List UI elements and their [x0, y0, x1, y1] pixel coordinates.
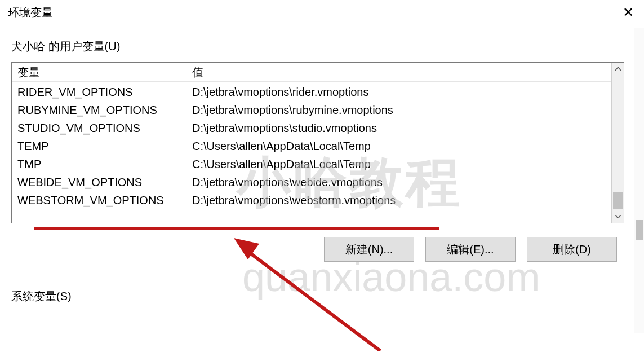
annotation-underline	[34, 227, 439, 230]
cell-value: D:\jetbra\vmoptions\rider.vmoptions	[186, 83, 611, 101]
cell-variable: WEBIDE_VM_OPTIONS	[12, 174, 186, 191]
table-row[interactable]: RIDER_VM_OPTIONS D:\jetbra\vmoptions\rid…	[12, 83, 611, 101]
cell-variable: TMP	[12, 156, 186, 173]
table-row[interactable]: STUDIO_VM_OPTIONS D:\jetbra\vmoptions\st…	[12, 119, 611, 137]
scrollbar[interactable]	[611, 63, 624, 223]
scroll-thumb[interactable]	[613, 192, 623, 209]
table-row[interactable]: TEMP C:\Users\allen\AppData\Local\Temp	[12, 137, 611, 155]
table-row[interactable]: WEBSTORM_VM_OPTIONS D:\jetbra\vmoptions\…	[12, 191, 611, 209]
cell-value: D:\jetbra\vmoptions\webide.vmoptions	[186, 174, 611, 191]
column-header-variable[interactable]: 变量	[12, 63, 186, 81]
cell-value: C:\Users\allen\AppData\Local\Temp	[186, 138, 611, 155]
button-row: 新建(N)... 编辑(E)... 删除(D)	[11, 237, 633, 262]
cell-variable: TEMP	[12, 138, 186, 155]
table-row[interactable]: RUBYMINE_VM_OPTIONS D:\jetbra\vmoptions\…	[12, 101, 611, 119]
cell-variable: RUBYMINE_VM_OPTIONS	[12, 102, 186, 119]
cell-variable: WEBSTORM_VM_OPTIONS	[12, 192, 186, 209]
table-header: 变量 值	[12, 63, 611, 82]
dialog-body: 犬小哈 的用户变量(U) 变量 值 RIDER_VM_OPTIONS D:\je…	[0, 25, 644, 304]
close-icon[interactable]: ✕	[620, 5, 636, 20]
system-vars-label: 系统变量(S)	[11, 289, 633, 304]
right-edge-thumb	[636, 220, 643, 240]
cell-value: D:\jetbra\vmoptions\rubymine.vmoptions	[186, 102, 611, 119]
titlebar: 环境变量 ✕	[0, 0, 644, 25]
column-header-value[interactable]: 值	[186, 63, 611, 81]
cell-variable: STUDIO_VM_OPTIONS	[12, 120, 186, 137]
window-right-edge	[634, 28, 644, 333]
scroll-up-icon[interactable]	[612, 63, 624, 75]
delete-button[interactable]: 删除(D)	[527, 237, 617, 262]
cell-value: C:\Users\allen\AppData\Local\Temp	[186, 156, 611, 173]
table-row[interactable]: TMP C:\Users\allen\AppData\Local\Temp	[12, 155, 611, 173]
edit-button[interactable]: 编辑(E)...	[425, 237, 516, 262]
user-vars-table: 变量 值 RIDER_VM_OPTIONS D:\jetbra\vmoption…	[11, 62, 624, 223]
table-rows: RIDER_VM_OPTIONS D:\jetbra\vmoptions\rid…	[12, 82, 611, 210]
scroll-down-icon[interactable]	[612, 210, 624, 223]
cell-variable: RIDER_VM_OPTIONS	[12, 83, 186, 101]
table-content: 变量 值 RIDER_VM_OPTIONS D:\jetbra\vmoption…	[12, 63, 611, 223]
new-button[interactable]: 新建(N)...	[324, 237, 414, 262]
cell-value: D:\jetbra\vmoptions\webstorm.vmoptions	[186, 192, 611, 209]
scroll-track[interactable]	[612, 75, 624, 192]
table-row[interactable]: WEBIDE_VM_OPTIONS D:\jetbra\vmoptions\we…	[12, 173, 611, 191]
user-vars-label: 犬小哈 的用户变量(U)	[11, 39, 633, 54]
cell-value: D:\jetbra\vmoptions\studio.vmoptions	[186, 120, 611, 137]
window-title: 环境变量	[8, 5, 53, 20]
